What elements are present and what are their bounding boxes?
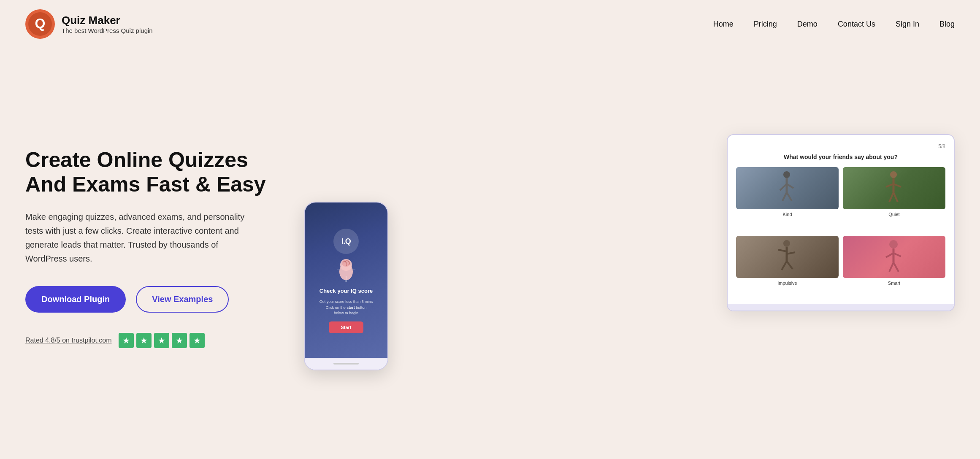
tablet-option-quiet: Quiet — [843, 167, 945, 232]
svg-line-18 — [787, 252, 795, 254]
tablet-option-smart: Smart — [843, 236, 945, 300]
logo-text-block: Quiz Maker The best WordPress Quiz plugi… — [62, 14, 153, 34]
nav-contact[interactable]: Contact Us — [838, 20, 875, 29]
phone-start-button[interactable]: Start — [329, 321, 363, 333]
star-5: ★ — [190, 333, 205, 348]
svg-point-31 — [345, 280, 347, 282]
tablet-option-kind: Kind — [736, 167, 839, 232]
svg-line-7 — [782, 192, 787, 201]
nav-demo[interactable]: Demo — [797, 20, 818, 29]
svg-line-24 — [893, 253, 901, 256]
svg-rect-21 — [889, 240, 898, 248]
tablet-label-quiet: Quiet — [888, 212, 899, 217]
tablet-bottom-bar — [728, 304, 954, 310]
main-nav: Home Pricing Demo Contact Us Sign In Blo… — [713, 20, 955, 29]
phone-iq-badge: I.Q — [333, 229, 359, 254]
nav-signin[interactable]: Sign In — [896, 20, 919, 29]
hero-buttons: Download Plugin View Examples — [25, 286, 279, 313]
star-4: ★ — [172, 333, 187, 348]
stars: ★ ★ ★ ★ ★ — [119, 333, 205, 348]
tablet-label-kind: Kind — [782, 212, 792, 217]
tablet-label-impulsive: Impulsive — [777, 281, 797, 286]
svg-rect-9 — [890, 171, 897, 178]
phone-bottom-bar — [305, 358, 387, 370]
svg-line-23 — [886, 253, 893, 257]
phone-title: Check your IQ score — [319, 288, 373, 294]
svg-line-12 — [893, 184, 901, 187]
nav-pricing[interactable]: Pricing — [754, 20, 777, 29]
view-examples-button[interactable]: View Examples — [136, 286, 229, 313]
tablet-progress: 5/8 — [736, 143, 945, 149]
header: Q Quiz Maker The best WordPress Quiz plu… — [0, 0, 980, 48]
svg-line-26 — [893, 262, 899, 272]
tablet-img-impulsive — [736, 236, 839, 278]
rating-area: Rated 4.8/5 on trustpilot.com ★ ★ ★ ★ ★ — [25, 333, 279, 348]
tablet-option-impulsive: Impulsive — [736, 236, 839, 300]
svg-line-17 — [778, 250, 787, 251]
svg-line-20 — [787, 261, 793, 269]
star-2: ★ — [136, 333, 152, 348]
rating-text[interactable]: Rated 4.8/5 on trustpilot.com — [25, 337, 112, 344]
hero-section: Create Online Quizzes And Exams Fast & E… — [0, 48, 980, 456]
logo-area: Q Quiz Maker The best WordPress Quiz plu… — [25, 9, 153, 39]
phone-mockup: I.Q — [304, 202, 388, 370]
phone-screen: I.Q — [305, 202, 387, 358]
logo-title: Quiz Maker — [62, 14, 153, 27]
phone-subtitle: Get your score less than 5 minsClick on … — [319, 299, 373, 316]
svg-line-25 — [889, 262, 893, 272]
phone-brain-icon — [333, 256, 360, 283]
tablet-img-smart — [843, 236, 945, 278]
phone-home-indicator — [333, 363, 359, 364]
tablet-img-kind — [736, 167, 839, 209]
svg-line-11 — [886, 184, 893, 187]
tablet-question: What would your friends say about you? — [736, 154, 945, 160]
star-3: ★ — [154, 333, 169, 348]
star-1: ★ — [119, 333, 134, 348]
hero-right: 5/8 What would your friends say about yo… — [295, 126, 955, 370]
svg-line-14 — [893, 192, 898, 202]
svg-line-19 — [782, 261, 787, 270]
tablet-grid: Kind Quiet — [736, 167, 945, 300]
nav-blog[interactable]: Blog — [939, 20, 955, 29]
tablet-label-smart: Smart — [888, 281, 900, 286]
svg-line-8 — [787, 192, 792, 201]
download-plugin-button[interactable]: Download Plugin — [25, 286, 126, 313]
hero-heading: Create Online Quizzes And Exams Fast & E… — [25, 148, 279, 197]
hero-left: Create Online Quizzes And Exams Fast & E… — [25, 148, 279, 348]
svg-line-13 — [889, 192, 893, 202]
svg-rect-15 — [783, 240, 790, 247]
hero-description: Make engaging quizzes, advanced exams, a… — [25, 210, 262, 266]
logo-icon: Q — [25, 9, 55, 39]
svg-rect-3 — [783, 171, 790, 178]
nav-home[interactable]: Home — [713, 20, 734, 29]
tablet-mockup: 5/8 What would your friends say about yo… — [727, 134, 955, 311]
svg-text:Q: Q — [35, 16, 46, 31]
logo-subtitle: The best WordPress Quiz plugin — [62, 27, 153, 34]
tablet-img-quiet — [843, 167, 945, 209]
